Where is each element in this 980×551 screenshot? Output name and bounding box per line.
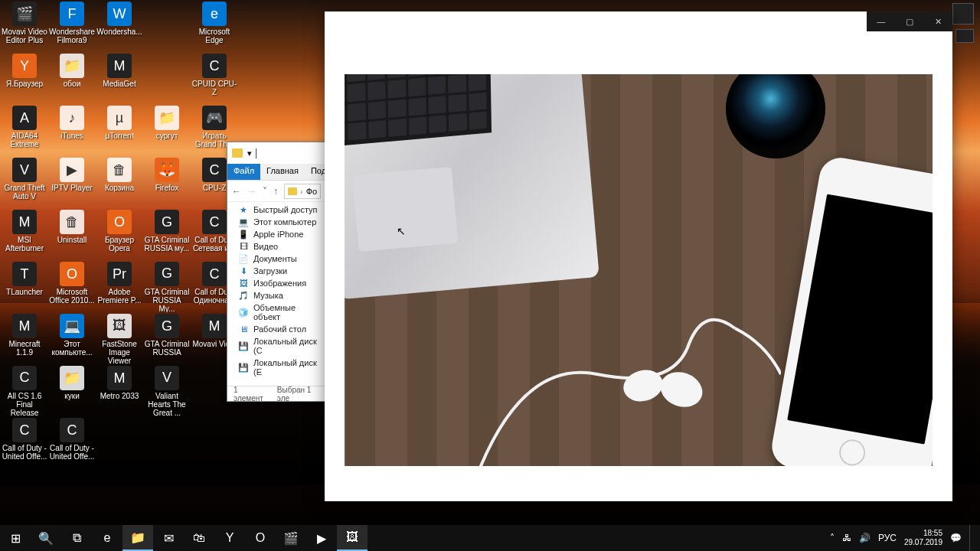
icon-label: CPU-Z (203, 184, 227, 192)
tree-item[interactable]: ⬇Загрузки (227, 265, 325, 277)
desktop-icon[interactable]: 📁обои (49, 54, 95, 104)
tree-item[interactable]: 🖥Рабочий стол (227, 323, 325, 335)
tray-lang[interactable]: РУС (878, 533, 897, 543)
tray-clock[interactable]: 18:55 29.07.2019 (904, 529, 942, 547)
desktop-icon[interactable]: eMicrosoft Edge (191, 2, 237, 52)
explorer-app[interactable]: 📁 (122, 525, 153, 551)
desktop-icon[interactable]: MMediaGet (96, 54, 142, 104)
icon-label: FastStone Image Viewer (96, 340, 142, 365)
tree-item[interactable]: 💾Локальный диск (C (227, 335, 325, 357)
maximize-button[interactable]: ▢ (895, 11, 923, 31)
tray-chevron-icon[interactable]: ˄ (830, 533, 835, 543)
icon-label: IPTV Player (51, 184, 92, 192)
app-icon: C (202, 210, 227, 234)
nav-up-icon[interactable]: ↑ (273, 185, 278, 197)
tree-item-icon: ★ (238, 205, 249, 214)
start-button[interactable]: ⊞ (0, 525, 31, 551)
desktop-icon[interactable]: 📁куки (49, 366, 95, 416)
tree-item[interactable]: 💻Этот компьютер (227, 216, 325, 228)
desktop-icon[interactable]: GGTA Criminal RUSSIA (144, 314, 190, 364)
desktop-icon[interactable]: MMetro 2033 (96, 366, 142, 416)
minimize-button[interactable]: — (867, 11, 895, 31)
desktop-icon[interactable]: OMicrosoft Office 2010... (49, 262, 95, 312)
explorer-titlebar[interactable]: ▾ │ (227, 142, 325, 164)
desktop-icon[interactable]: TTLauncher (2, 262, 47, 312)
desktop-icon[interactable]: WWondersha... (96, 2, 142, 52)
tab-home[interactable]: Главная (260, 164, 305, 180)
desktop-icon[interactable]: CCall of Duty - United Offe... (49, 418, 95, 468)
desktop-icon[interactable]: 💻Этот компьюте... (49, 314, 95, 364)
side-thumb-1[interactable] (952, 3, 974, 24)
explorer-statusbar: 1 элемент Выбран 1 эле (227, 386, 325, 401)
photos-titlebar[interactable]: — ▢ ✕ (867, 11, 952, 31)
icon-label: Wondershare Filmora9 (49, 28, 95, 44)
tree-item[interactable]: 💾Локальный диск (E (227, 357, 325, 378)
desktop-icon[interactable]: CCall of Duty - United Offe... (2, 418, 47, 468)
tray-network-icon[interactable]: 🖧 (842, 533, 851, 543)
app-icon: 🖼 (107, 314, 132, 338)
edge-app[interactable]: e (92, 525, 122, 551)
desktop-icon[interactable]: µµTorrent (96, 106, 142, 156)
icon-label: Valiant Hearts The Great ... (144, 392, 190, 417)
opera-app[interactable]: O (245, 525, 276, 551)
tab-file[interactable]: Файл (227, 164, 260, 180)
desktop-icon[interactable]: YЯ.Браузер (2, 54, 47, 104)
tree-item[interactable]: 📄Документы (227, 253, 325, 265)
search-button[interactable]: 🔍 (31, 525, 61, 551)
tree-item[interactable]: 🎵Музыка (227, 289, 325, 302)
tree-item[interactable]: 🧊Объемные объект (227, 302, 325, 323)
app-icon: 🗑 (60, 210, 84, 234)
side-thumb-2[interactable] (956, 29, 974, 43)
taskview-button[interactable]: ⧉ (61, 525, 92, 551)
desktop-icon[interactable]: 🦊Firefox (144, 158, 190, 208)
show-desktop-button[interactable] (969, 525, 974, 551)
nav-fwd-icon[interactable]: → (247, 185, 256, 197)
tree-item[interactable]: ★Быстрый доступ (227, 204, 325, 216)
desktop-icon[interactable]: GGTA Criminal RUSSIA му... (144, 210, 190, 260)
tree-item[interactable]: 🎞Видео (227, 240, 325, 253)
nav-back-icon[interactable]: ← (232, 185, 241, 197)
desktop-icon[interactable]: 🗑Корзина (96, 158, 142, 208)
system-tray: ˄ 🖧 🔊 РУС 18:55 29.07.2019 💬 (824, 525, 980, 551)
desktop-icon[interactable]: GGTA Criminal RUSSIA My... (144, 262, 190, 312)
filmora-app[interactable]: ▶ (306, 525, 337, 551)
tree-item[interactable]: 📱Apple iPhone (227, 228, 325, 240)
desktop-icon[interactable]: MMSI Afterburner (2, 210, 47, 260)
desktop-icon[interactable]: PrAdobe Premiere P... (96, 262, 142, 312)
nav-dropdown-icon[interactable]: ˅ (263, 185, 267, 197)
movavi-app[interactable]: 🎬 (276, 525, 306, 551)
close-button[interactable]: ✕ (924, 11, 952, 31)
tree-item-label: Объемные объект (253, 303, 319, 321)
icon-label: MediaGet (103, 80, 136, 88)
photos-app[interactable]: 🖼 (337, 525, 368, 551)
explorer-ribbon: Файл Главная Под (227, 164, 325, 181)
mail-app[interactable]: ✉ (153, 525, 184, 551)
desktop-icon[interactable]: 📁сургут (144, 106, 190, 156)
yandex-app[interactable]: Y (214, 525, 245, 551)
desktop-icon[interactable]: 🖼FastStone Image Viewer (96, 314, 142, 364)
desktop-icon[interactable]: CCPUID CPU-Z (191, 54, 237, 104)
icon-label: GTA Criminal RUSSIA (144, 340, 190, 357)
desktop-icon[interactable]: ♪iTunes (49, 106, 95, 156)
tray-notifications-icon[interactable]: 💬 (950, 533, 962, 543)
desktop-icon[interactable]: 🗑Uninstall (49, 210, 95, 260)
address-bar[interactable]: › Фо (284, 184, 321, 199)
desktop-icons-grid: 🎬Movavi Video Editor PlusFWondershare Fi… (2, 2, 237, 468)
desktop-icon[interactable]: 🎬Movavi Video Editor Plus (2, 2, 47, 52)
app-icon: V (155, 366, 179, 390)
app-icon: C (12, 418, 37, 442)
desktop-icon[interactable]: AAIDA64 Extreme (2, 106, 47, 156)
store-app[interactable]: 🛍 (184, 525, 214, 551)
app-icon: C (202, 158, 227, 182)
desktop-icon[interactable]: FWondershare Filmora9 (49, 2, 95, 52)
tree-item[interactable]: 🖼Изображения (227, 277, 325, 289)
desktop-icon[interactable]: CAll CS 1.6 Final Release (2, 366, 47, 416)
desktop-icon[interactable]: MMinecraft 1.1.9 (2, 314, 47, 364)
tree-item-icon: 🖥 (238, 324, 249, 334)
desktop-icon[interactable]: OБраузер Opera (96, 210, 142, 260)
photo-viewport[interactable] (345, 74, 933, 466)
desktop-icon[interactable]: VValiant Hearts The Great ... (144, 366, 190, 416)
desktop-icon[interactable]: ▶IPTV Player (49, 158, 95, 208)
tray-volume-icon[interactable]: 🔊 (859, 533, 871, 543)
desktop-icon[interactable]: VGrand Theft Auto V (2, 158, 47, 208)
